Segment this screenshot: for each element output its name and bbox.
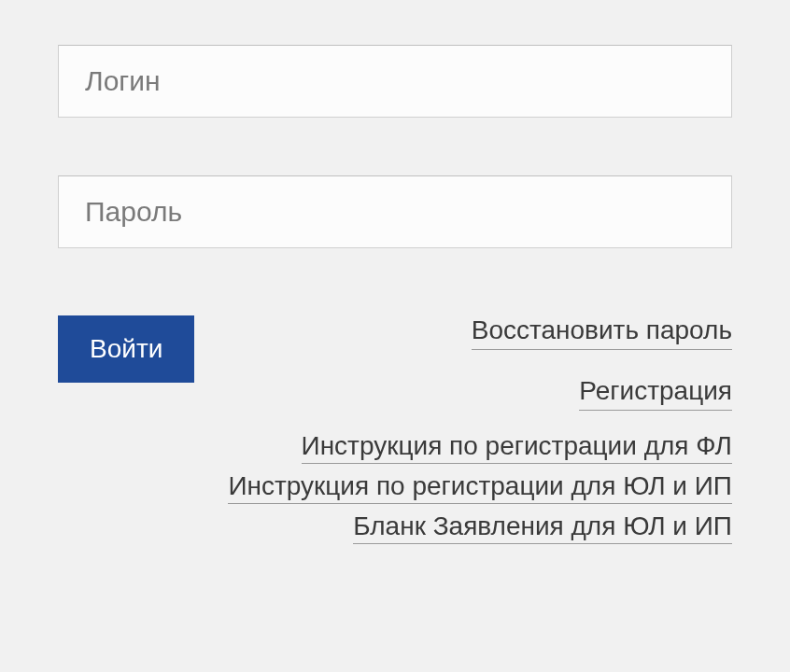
login-form: Войти Восстановить пароль Регистрация Ин… bbox=[58, 45, 732, 411]
links-column: Восстановить пароль Регистрация bbox=[472, 315, 732, 411]
login-input[interactable] bbox=[58, 45, 732, 118]
instruction-fl-link[interactable]: Инструкция по регистрации для ФЛ bbox=[302, 431, 732, 464]
instruction-ul-ip-link[interactable]: Инструкция по регистрации для ЮЛ и ИП bbox=[228, 471, 732, 504]
actions-row: Войти Восстановить пароль Регистрация bbox=[58, 315, 732, 411]
password-input[interactable] bbox=[58, 175, 732, 248]
restore-password-link[interactable]: Восстановить пароль bbox=[472, 315, 732, 350]
registration-link[interactable]: Регистрация bbox=[579, 376, 732, 411]
secondary-links: Инструкция по регистрации для ФЛ Инструк… bbox=[228, 431, 732, 552]
blank-ul-ip-link[interactable]: Бланк Заявления для ЮЛ и ИП bbox=[353, 511, 732, 544]
login-button[interactable]: Войти bbox=[58, 315, 194, 383]
